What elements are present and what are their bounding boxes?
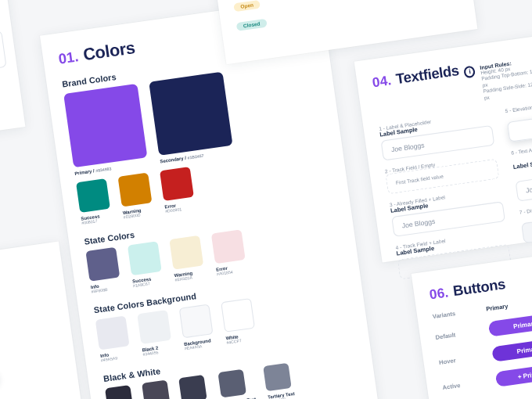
swatch-success: Success#008017: [76, 178, 112, 225]
example-label: 6 - Text Area: [511, 139, 532, 155]
section-title: Buttons: [452, 276, 506, 300]
colors-card: 01. Colors Brand Colors Primary / #83498…: [40, 0, 394, 399]
field-heading: Label Sample: [512, 153, 532, 170]
swatch-success-bg: Success#1A8C67: [128, 241, 164, 288]
swatch-error-bg: Error#A01854: [211, 229, 247, 276]
swatch: Tertiary Text#2C2C3C: [264, 362, 296, 399]
section-number: 06.: [429, 285, 450, 303]
textfield-elevated[interactable]: [507, 111, 532, 142]
textfield[interactable]: Joe Bloggs: [515, 171, 532, 202]
swatch-warning-bg: Warning#EA5E0A: [169, 235, 205, 282]
swatch-error: Error#D00901: [160, 167, 196, 214]
button-primary-hover[interactable]: Primary: [491, 337, 532, 362]
status-badge[interactable]: Open: [233, 0, 261, 12]
row-heading: Default: [435, 328, 481, 340]
textfields-card: 04. Textfields i Input Rules: Height: 40…: [354, 29, 532, 263]
section-number: 04.: [372, 73, 393, 91]
example-label: 7 - Disabled State: [519, 199, 532, 214]
section-title: Colors: [82, 38, 136, 65]
section-title: Textfields: [395, 63, 460, 88]
button-primary[interactable]: Primary: [488, 312, 532, 337]
swatch-warning: Warning#D2800D: [118, 173, 154, 220]
swatch: Black 2#344055: [137, 310, 173, 357]
swatch: Background#EA4A5A: [179, 304, 215, 350]
swatch: Black 1#2C2C3C: [105, 385, 135, 399]
button-primary-icon[interactable]: + Primary: [495, 362, 532, 387]
swatch: White#4CCF7: [221, 298, 257, 345]
swatch: Info#49A5A9: [95, 316, 131, 363]
swatch-primary: Primary / #834983: [63, 84, 149, 176]
status-badge[interactable]: Closed: [236, 19, 268, 31]
swatch-secondary: Secondary / #1B2457: [149, 72, 234, 164]
stray-textfield-card: 2 - Text Area Label Sample Joe Bloggs ⌟: [0, 0, 25, 146]
col-heading: Variants: [432, 307, 478, 320]
row-heading: Hover: [439, 353, 485, 365]
swatch-info: Info#5F608B: [85, 247, 121, 294]
col-heading: Primary: [486, 296, 532, 311]
section-number: 01.: [57, 49, 79, 68]
textarea[interactable]: ⌟: [0, 31, 7, 83]
swatch-chip: [149, 72, 232, 156]
swatch: Primary Text#2C2C3C: [178, 374, 211, 399]
example-label: 5 - Elevation: [505, 98, 532, 113]
info-icon: i: [463, 65, 476, 78]
textfield-disabled: [521, 213, 532, 244]
swatch: Secondary Text#2C2C3C: [217, 368, 257, 399]
swatch: Black 2#494757: [142, 379, 172, 399]
row-heading: Active: [442, 378, 488, 390]
swatch-chip: [63, 84, 147, 167]
